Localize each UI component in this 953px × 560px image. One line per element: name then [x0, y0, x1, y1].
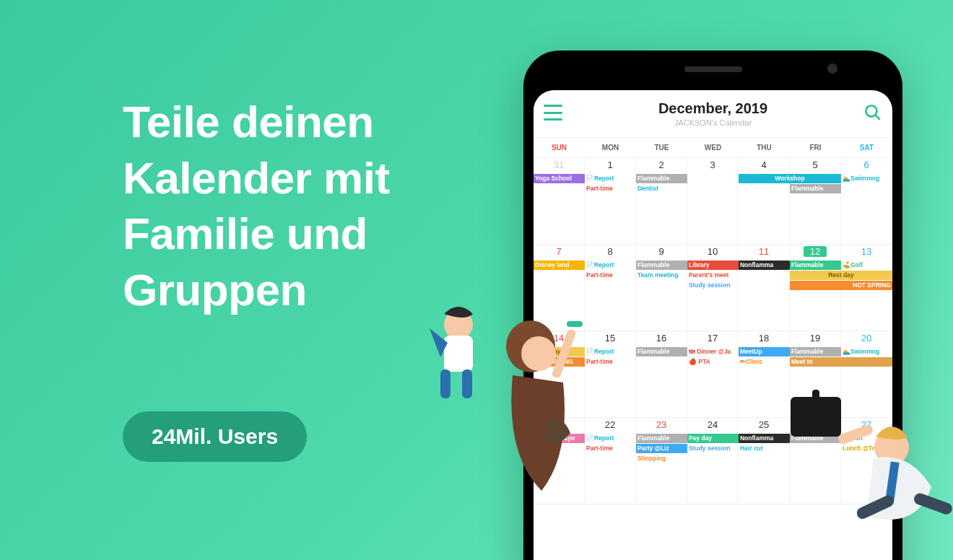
dow-thu: THU: [739, 144, 790, 152]
day-number: 26: [790, 419, 840, 430]
day-number: 24: [687, 419, 738, 430]
svg-point-0: [866, 105, 876, 116]
event-text[interactable]: Part-time: [585, 357, 636, 367]
week-events: Yoga School 📄Report Part-time Flammable …: [534, 174, 892, 244]
day-number: 13: [841, 246, 892, 257]
promo-stage: Teile deinen Kalender mit Familie und Gr…: [0, 0, 953, 560]
dow-mon: MON: [585, 144, 636, 152]
week-row: 21 22 23 24 25 26 27 Mom to tokyo 📄Repor…: [534, 418, 892, 504]
event-chip[interactable]: Flammable: [790, 434, 841, 443]
week-row: 7 8 9 10 11 12 13 Disney land 📄Report Pa…: [534, 245, 892, 331]
day-number: 10: [687, 246, 738, 257]
svg-line-1: [875, 115, 880, 120]
event-chip[interactable]: Meet to: [790, 357, 892, 367]
day-number: 14: [534, 333, 584, 344]
day-number: 6: [841, 159, 892, 170]
svg-rect-7: [444, 336, 473, 372]
event-chip[interactable]: Workshop: [739, 174, 841, 183]
svg-rect-17: [913, 491, 953, 516]
dow-sat: SAT: [841, 144, 892, 152]
event-text[interactable]: 📄Report: [585, 261, 636, 270]
search-icon[interactable]: [863, 103, 882, 122]
event-text[interactable]: Dentist: [636, 184, 687, 193]
day-number: 17: [687, 333, 738, 344]
headline: Teile deinen Kalender mit Familie und Gr…: [123, 94, 390, 318]
event-chip[interactable]: Flammable: [636, 174, 687, 183]
day-number: 20: [841, 333, 892, 344]
users-pill-text: 24Mil. Users: [152, 424, 278, 448]
event-text[interactable]: 🍎 PTA: [687, 357, 739, 367]
event-text[interactable]: Part-time: [585, 184, 636, 193]
day-number: 18: [739, 333, 789, 344]
event-chip[interactable]: Nonflamma: [739, 434, 790, 443]
day-number: 15: [585, 333, 635, 344]
dow-fri: FRI: [790, 144, 841, 152]
event-text[interactable]: ⛳Golf: [841, 261, 892, 270]
day-number: 11: [739, 246, 789, 257]
day-number: 3: [687, 159, 738, 170]
day-number: 7: [534, 246, 584, 257]
users-pill: 24Mil. Users: [123, 411, 307, 462]
event-text[interactable]: Part-time: [585, 444, 636, 453]
event-chip[interactable]: Party @Liz: [636, 444, 687, 453]
day-number: 23: [636, 419, 687, 430]
month-title: December, 2019: [658, 100, 767, 117]
event-chip[interactable]: Flammable: [790, 261, 841, 270]
headline-line-4: Gruppen: [123, 262, 390, 318]
day-number: 19: [790, 333, 840, 344]
event-text[interactable]: Team meeting: [636, 271, 687, 280]
week-events: Rest day HOT SPRING 📄Report Part-time Fl…: [534, 347, 892, 417]
svg-point-6: [444, 310, 473, 339]
event-chip[interactable]: Flammable: [636, 261, 687, 270]
event-chip[interactable]: HOT SPRING: [790, 281, 892, 290]
event-text[interactable]: Study session: [687, 444, 739, 453]
event-text[interactable]: 📄Report: [585, 434, 636, 443]
event-chip[interactable]: Rest day: [534, 347, 585, 356]
phone-frame: December, 2019 JACKSON's Calendar SUN MO…: [523, 51, 902, 560]
event-text[interactable]: ⛳Golf: [841, 434, 892, 443]
event-text[interactable]: 📄Report: [585, 174, 636, 183]
event-chip[interactable]: Yoga School: [534, 174, 585, 183]
event-text[interactable]: ✏Clinic: [739, 357, 790, 367]
calendar-subtitle: JACKSON's Calendar: [674, 118, 752, 127]
week-row: 14 15 16 17 18 19 20 Rest day HOT SPRING…: [534, 331, 892, 418]
dow-tue: TUE: [636, 144, 687, 152]
event-chip[interactable]: Disney land: [534, 261, 585, 270]
day-number: 31: [534, 159, 584, 170]
day-of-week-header: SUN MON TUE WED THU FRI SAT: [534, 138, 892, 158]
event-chip[interactable]: Mom to tokyo: [534, 434, 585, 443]
event-text[interactable]: 🏊Swimmng: [841, 174, 892, 183]
event-text[interactable]: Study session: [687, 281, 739, 290]
event-chip[interactable]: MeetUp: [739, 347, 790, 356]
event-chip[interactable]: Flammable: [636, 347, 687, 356]
headline-line-2: Kalender mit: [123, 150, 390, 206]
day-number: 22: [585, 419, 635, 430]
event-text[interactable]: Lunch @Tom: [841, 444, 892, 453]
event-text[interactable]: 📄Report: [585, 347, 636, 356]
headline-line-3: Familie und: [123, 206, 390, 262]
illustration-child: [419, 303, 498, 411]
event-text[interactable]: 🍽 Dinner @Ja: [687, 347, 739, 356]
headline-line-1: Teile deinen: [123, 94, 390, 150]
event-chip[interactable]: Pay day: [687, 434, 739, 443]
event-chip[interactable]: HOT SPRING: [534, 357, 585, 367]
svg-marker-8: [430, 328, 448, 357]
event-chip[interactable]: Flammable: [636, 434, 687, 443]
event-chip[interactable]: Nonflamma: [739, 261, 790, 270]
week-row: 31 1 2 3 4 5 6 Yoga School 📄Report Part-…: [534, 158, 892, 245]
week-events: Disney land 📄Report Part-time Flammable …: [534, 261, 892, 331]
menu-icon[interactable]: [544, 105, 562, 121]
event-text[interactable]: 🏊Swimmng: [841, 347, 892, 356]
dow-sun: SUN: [534, 144, 585, 152]
event-chip[interactable]: Library: [687, 261, 739, 270]
svg-rect-10: [462, 369, 472, 398]
event-text[interactable]: Shopping: [636, 454, 687, 463]
event-chip[interactable]: Flammable: [790, 347, 841, 356]
event-text[interactable]: Parent's meet: [687, 271, 739, 280]
event-text[interactable]: Part-time: [585, 271, 636, 280]
event-text[interactable]: Hair cut: [739, 444, 790, 453]
event-chip[interactable]: Rest day: [790, 271, 892, 280]
day-number: 25: [739, 419, 789, 430]
event-chip[interactable]: Flammable: [790, 184, 841, 193]
dow-wed: WED: [687, 144, 739, 152]
